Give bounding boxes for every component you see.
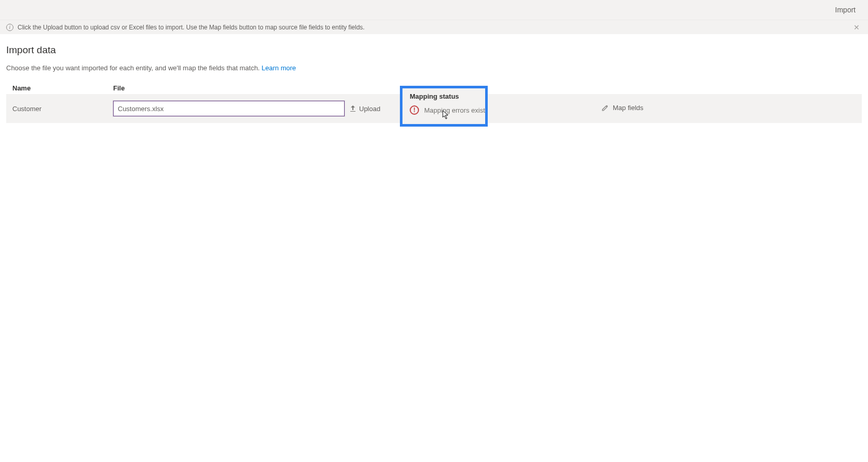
column-header-map [539, 84, 856, 92]
page-subtitle: Choose the file you want imported for ea… [6, 64, 862, 72]
mapping-status-value: ! Mapping errors exist [410, 105, 478, 115]
entity-grid: Name File Customer Upload Mapping s [6, 84, 862, 123]
info-message: Click the Upload button to upload csv or… [18, 24, 365, 31]
column-header-name: Name [12, 84, 113, 92]
pencil-icon [601, 104, 609, 112]
info-bar: i Click the Upload button to upload csv … [0, 20, 868, 34]
table-row: Customer Upload Mapping status ! Mapping… [6, 94, 862, 123]
upload-button[interactable]: Upload [350, 105, 380, 113]
mapping-status-header: Mapping status [410, 93, 478, 100]
page-title: Import data [6, 44, 862, 56]
error-icon: ! [410, 105, 419, 115]
mapping-status-highlight: Mapping status ! Mapping errors exist [400, 86, 488, 127]
map-fields-label: Map fields [613, 104, 643, 112]
entity-name: Customer [12, 105, 41, 113]
column-header-file: File [113, 84, 390, 92]
learn-more-link[interactable]: Learn more [261, 64, 296, 72]
top-toolbar: Import [0, 0, 868, 20]
file-name-input[interactable] [113, 101, 345, 116]
subtitle-text: Choose the file you want imported for ea… [6, 64, 261, 72]
map-fields-button[interactable]: Map fields [601, 104, 643, 112]
import-button[interactable]: Import [835, 6, 856, 14]
mapping-status-text: Mapping errors exist [424, 106, 485, 114]
upload-label: Upload [359, 105, 380, 113]
info-icon: i [6, 24, 13, 31]
page-content: Import data Choose the file you want imp… [0, 34, 868, 123]
close-icon[interactable]: ✕ [851, 22, 862, 33]
upload-icon [350, 105, 356, 112]
